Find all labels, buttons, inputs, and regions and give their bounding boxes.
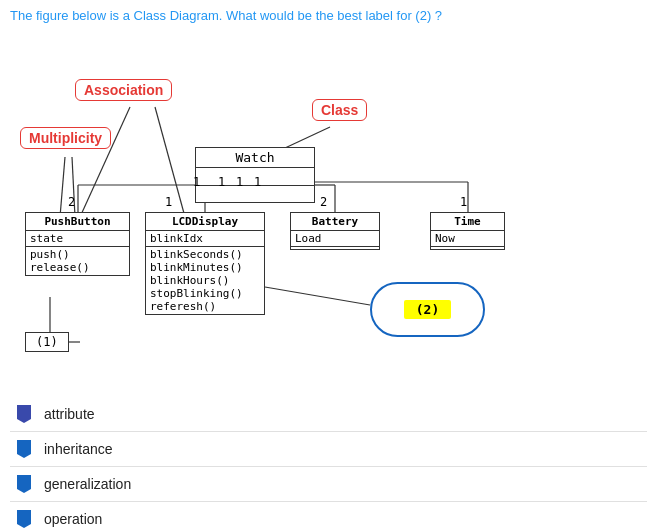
pushbutton-op2: release() bbox=[30, 261, 125, 274]
num-1b: 1 bbox=[218, 175, 225, 189]
operation-icon bbox=[14, 510, 34, 528]
pushbutton-attrs: state bbox=[25, 230, 130, 246]
battery-ops bbox=[290, 246, 380, 250]
pb-num: 2 bbox=[68, 195, 75, 209]
lcd-op5: referesh() bbox=[150, 300, 260, 313]
svg-marker-17 bbox=[17, 440, 31, 458]
num-1a: 1 bbox=[193, 175, 200, 189]
num-1c: 1 bbox=[236, 175, 243, 189]
lcd-op3: blinkHours() bbox=[150, 274, 260, 287]
lcd-ops: blinkSeconds() blinkMinutes() blinkHours… bbox=[145, 246, 265, 315]
highlight-box: (2) bbox=[370, 282, 485, 337]
option-attribute-label: attribute bbox=[44, 406, 95, 422]
option-generalization[interactable]: generalization bbox=[10, 467, 647, 502]
pushbutton-title: PushButton bbox=[25, 212, 130, 230]
lcd-title: LCDDisplay bbox=[145, 212, 265, 230]
pushbutton-op1: push() bbox=[30, 248, 125, 261]
option-attribute[interactable]: attribute bbox=[10, 397, 647, 432]
lcd-op4: stopBlinking() bbox=[150, 287, 260, 300]
lcd-num: 1 bbox=[165, 195, 172, 209]
time-ops bbox=[430, 246, 505, 250]
time-box: Time Now bbox=[430, 212, 505, 250]
pushbutton-box: PushButton state push() release() bbox=[25, 212, 130, 276]
attribute-icon bbox=[14, 405, 34, 423]
lcd-op2: blinkMinutes() bbox=[150, 261, 260, 274]
watch-title: Watch bbox=[195, 147, 315, 167]
battery-title1: Battery bbox=[290, 212, 380, 230]
options-area: attribute inheritance generalization ope… bbox=[0, 387, 657, 531]
time-title: Time bbox=[430, 212, 505, 230]
battery-title2: Load bbox=[290, 230, 380, 246]
question-text: The figure below is a Class Diagram. Wha… bbox=[0, 0, 657, 27]
svg-marker-16 bbox=[17, 405, 31, 423]
option-inheritance[interactable]: inheritance bbox=[10, 432, 647, 467]
generalization-icon bbox=[14, 475, 34, 493]
option-operation-label: operation bbox=[44, 511, 102, 527]
lcd-attrs: blinkIdx bbox=[145, 230, 265, 246]
pushbutton-ops: push() release() bbox=[25, 246, 130, 276]
svg-line-0 bbox=[80, 107, 130, 217]
bat-num: 2 bbox=[320, 195, 327, 209]
svg-line-3 bbox=[60, 157, 65, 217]
svg-line-12 bbox=[265, 287, 370, 305]
lcd-box: LCDDisplay blinkIdx blinkSeconds() blink… bbox=[145, 212, 265, 315]
option-inheritance-label: inheritance bbox=[44, 441, 113, 457]
class-label: Class bbox=[312, 99, 367, 121]
lcd-op1: blinkSeconds() bbox=[150, 248, 260, 261]
inheritance-icon bbox=[14, 440, 34, 458]
diagram-area: Association Class Multiplicity Watch 1 1… bbox=[0, 27, 657, 387]
multiplicity-label: Multiplicity bbox=[20, 127, 111, 149]
time-attrs: Now bbox=[430, 230, 505, 246]
option-generalization-label: generalization bbox=[44, 476, 131, 492]
association-label: Association bbox=[75, 79, 172, 101]
ref-one-box: (1) bbox=[25, 332, 69, 352]
num-1d: 1 bbox=[254, 175, 261, 189]
battery-box: Battery Load bbox=[290, 212, 380, 250]
time-num: 1 bbox=[460, 195, 467, 209]
svg-marker-18 bbox=[17, 475, 31, 493]
option-operation[interactable]: operation bbox=[10, 502, 647, 531]
highlight-label: (2) bbox=[404, 300, 451, 319]
svg-marker-19 bbox=[17, 510, 31, 528]
